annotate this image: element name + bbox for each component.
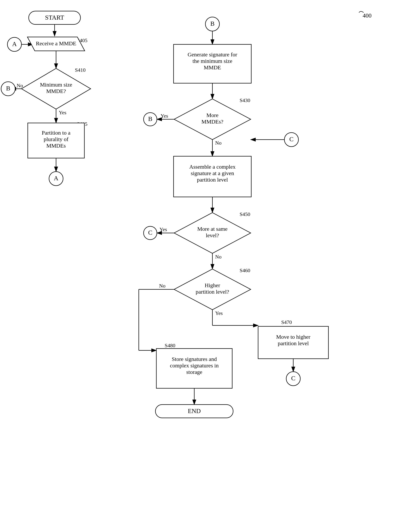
no-min: No [17,83,23,88]
svg-text:B: B [6,85,10,92]
no-higher: No [159,283,165,289]
svg-text:B: B [148,115,152,122]
min-size-t1: Minimum size [40,82,72,88]
move-t2: partition level [278,340,309,346]
store-t1: Store signatures and [172,356,217,362]
part-t1: Partition to a [42,130,71,136]
svg-text:C: C [289,136,294,142]
assemble-t1: Assemble a complex [189,164,235,170]
s460: S460 [240,268,250,273]
move-t1: Move to higher [276,334,310,340]
svg-text:A: A [12,41,17,47]
yes-higher: Yes [215,310,223,316]
assemble-t2: signature at a given [191,170,234,176]
gen-t2: the minimum size [192,58,232,64]
yes-min: Yes [59,110,66,115]
svg-text:B: B [210,20,215,27]
more-same-t1: More at same [197,226,228,232]
svg-text:A: A [54,175,58,182]
yes-more-mmdes: Yes [161,113,168,119]
part-t2: plurality of [44,136,68,142]
store-t2: complex signatures in [170,362,219,368]
more-mmdes-t1: More [206,112,219,118]
no-more-mmdes: No [215,140,221,146]
svg-text:C: C [291,375,295,382]
end-label: END [188,408,201,414]
s410: S410 [75,67,86,73]
higher-t2: partition level? [196,289,229,295]
s480: S480 [165,343,175,348]
assemble-t3: partition level [197,176,228,183]
gen-t1: Generate signature for [188,51,237,57]
gen-t3: MMDE [204,64,221,70]
no-more-same: No [215,254,221,260]
s470: S470 [281,319,292,325]
part-t3: MMDEs [46,142,66,149]
start-label: START [45,14,64,21]
higher-t1: Higher [205,282,220,288]
s450: S450 [240,211,250,217]
receive-mmde-text: Receive a MMDE [36,40,76,46]
yes-more-same: Yes [159,226,167,232]
svg-text:C: C [148,229,152,236]
more-same-t2: level? [206,232,219,238]
s430: S430 [240,98,250,103]
store-t3: storage [186,369,202,375]
min-size-t2: MMDE? [46,88,66,94]
more-mmdes-t2: MMDEs? [201,119,223,125]
ref-400: 400 [363,12,371,19]
